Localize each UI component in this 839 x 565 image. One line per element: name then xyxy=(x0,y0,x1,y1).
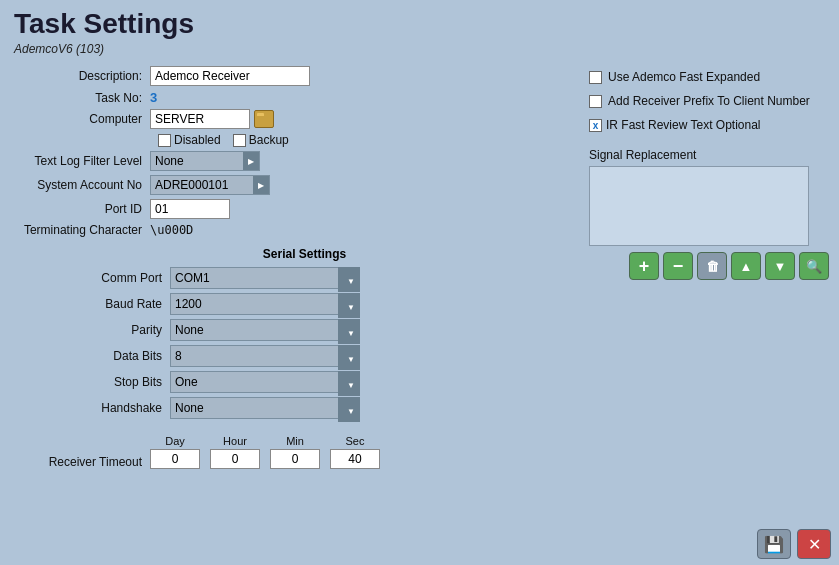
use-ademco-label: Use Ademco Fast Expanded xyxy=(608,70,760,84)
text-log-arrow: ▶ xyxy=(243,152,259,170)
disabled-checkbox-row[interactable]: Disabled xyxy=(158,133,221,147)
signal-replacement-area: Signal Replacement + − 🗑 ▲ ▼ 🔍 xyxy=(589,148,829,280)
bottom-bar: 💾 ✕ xyxy=(749,523,839,565)
data-bits-label: Data Bits xyxy=(30,349,170,363)
remove-button[interactable]: − xyxy=(663,252,693,280)
ir-fast-label: IR Fast Review Text Optional xyxy=(606,118,761,132)
system-account-value: ADRE000101 xyxy=(151,178,253,192)
add-button[interactable]: + xyxy=(629,252,659,280)
baud-rate-label: Baud Rate xyxy=(30,297,170,311)
timeout-day-label: Day xyxy=(165,435,185,447)
backup-checkbox[interactable] xyxy=(233,134,246,147)
data-bits-select[interactable]: 8 xyxy=(170,345,360,367)
add-receiver-row: Add Receiver Prefix To Client Number xyxy=(589,94,829,108)
timeout-min-label: Min xyxy=(286,435,304,447)
system-account-dropdown[interactable]: ADRE000101 ▶ xyxy=(150,175,270,195)
timeout-min-input[interactable] xyxy=(270,449,320,469)
comm-port-select[interactable]: COM1 xyxy=(170,267,360,289)
subtitle: AdemcoV6 (103) xyxy=(0,42,839,62)
backup-checkbox-row[interactable]: Backup xyxy=(233,133,289,147)
use-ademco-checkbox[interactable] xyxy=(589,71,602,84)
task-no-label: Task No: xyxy=(10,91,150,105)
timeout-hour-col: Hour xyxy=(210,435,260,469)
backup-label: Backup xyxy=(249,133,289,147)
system-account-label: System Account No xyxy=(10,178,150,192)
timeout-hour-label: Hour xyxy=(223,435,247,447)
handshake-wrapper: None xyxy=(170,397,360,419)
text-log-value: None xyxy=(151,154,243,168)
terminating-value: \u000D xyxy=(150,223,193,237)
timeout-sec-input[interactable] xyxy=(330,449,380,469)
description-input[interactable] xyxy=(150,66,310,86)
timeout-day-col: Day xyxy=(150,435,200,469)
search-button[interactable]: 🔍 xyxy=(799,252,829,280)
text-log-label: Text Log Filter Level xyxy=(10,154,150,168)
add-receiver-label: Add Receiver Prefix To Client Number xyxy=(608,94,810,108)
ir-fast-checkbox[interactable]: x xyxy=(589,119,602,132)
baud-rate-select[interactable]: 1200 xyxy=(170,293,360,315)
text-log-dropdown[interactable]: None ▶ xyxy=(150,151,260,171)
ir-fast-row: x IR Fast Review Text Optional xyxy=(589,118,829,132)
timeout-hour-input[interactable] xyxy=(210,449,260,469)
stop-bits-select[interactable]: One xyxy=(170,371,360,393)
stop-bits-wrapper: One xyxy=(170,371,360,393)
disabled-label: Disabled xyxy=(174,133,221,147)
description-label: Description: xyxy=(10,69,150,83)
system-account-arrow: ▶ xyxy=(253,176,269,194)
comm-port-wrapper: COM1 xyxy=(170,267,360,289)
baud-rate-wrapper: 1200 xyxy=(170,293,360,315)
parity-select[interactable]: None xyxy=(170,319,360,341)
add-receiver-checkbox[interactable] xyxy=(589,95,602,108)
parity-wrapper: None xyxy=(170,319,360,341)
port-id-label: Port ID xyxy=(10,202,150,216)
move-down-button[interactable]: ▼ xyxy=(765,252,795,280)
delete-button[interactable]: 🗑 xyxy=(697,252,727,280)
receiver-timeout-label: Receiver Timeout xyxy=(10,435,150,469)
save-button[interactable]: 💾 xyxy=(757,529,791,559)
handshake-label: Handshake xyxy=(30,401,170,415)
timeout-sec-label: Sec xyxy=(346,435,365,447)
handshake-select[interactable]: None xyxy=(170,397,360,419)
close-button[interactable]: ✕ xyxy=(797,529,831,559)
parity-label: Parity xyxy=(30,323,170,337)
port-id-input[interactable] xyxy=(150,199,230,219)
serial-settings-title: Serial Settings xyxy=(30,247,579,261)
timeout-min-col: Min xyxy=(270,435,320,469)
terminating-label: Terminating Character xyxy=(10,223,150,237)
folder-browse-icon[interactable] xyxy=(254,110,274,128)
computer-input[interactable] xyxy=(150,109,250,129)
page-title: Task Settings xyxy=(0,0,839,42)
signal-replacement-box xyxy=(589,166,809,246)
timeout-sec-col: Sec xyxy=(330,435,380,469)
signal-replacement-label: Signal Replacement xyxy=(589,148,829,162)
action-buttons: + − 🗑 ▲ ▼ 🔍 xyxy=(589,252,829,280)
stop-bits-label: Stop Bits xyxy=(30,375,170,389)
data-bits-wrapper: 8 xyxy=(170,345,360,367)
use-ademco-row: Use Ademco Fast Expanded xyxy=(589,70,829,84)
computer-label: Computer xyxy=(10,112,150,126)
task-no-value: 3 xyxy=(150,90,157,105)
comm-port-label: Comm Port xyxy=(30,271,170,285)
timeout-day-input[interactable] xyxy=(150,449,200,469)
move-up-button[interactable]: ▲ xyxy=(731,252,761,280)
disabled-checkbox[interactable] xyxy=(158,134,171,147)
